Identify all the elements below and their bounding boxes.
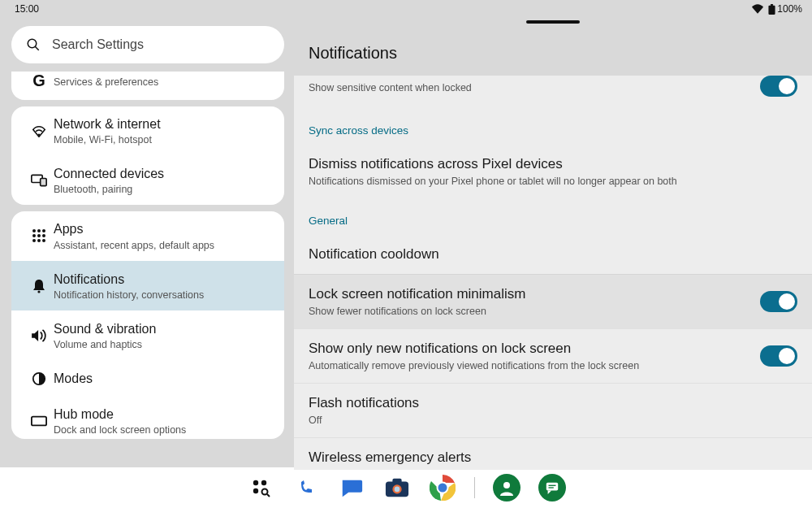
sidebar-item-sub: Dock and lock screen options bbox=[54, 424, 186, 436]
setting-title: Notification cooldown bbox=[309, 246, 797, 263]
setting-dismiss-across-devices[interactable]: Dismiss notifications across Pixel devic… bbox=[294, 145, 812, 198]
svg-point-14 bbox=[37, 239, 41, 242]
app-drawer-icon[interactable] bbox=[247, 474, 274, 501]
sidebar-item-apps[interactable]: Apps Assistant, recent apps, default app… bbox=[11, 211, 284, 260]
sidebar-item-sub: Volume and haptics bbox=[54, 339, 156, 350]
sidebar-item-title: Notifications bbox=[54, 271, 204, 287]
devices-icon bbox=[24, 174, 54, 187]
setting-title: Lock screen notification minimalism bbox=[309, 286, 760, 302]
svg-rect-6 bbox=[41, 179, 46, 186]
phone-app-icon[interactable] bbox=[292, 474, 320, 501]
setting-only-new-notifications[interactable]: Show only new notifications on lock scre… bbox=[294, 328, 812, 383]
chat-app-icon[interactable] bbox=[538, 474, 566, 501]
bell-icon bbox=[24, 279, 54, 293]
search-placeholder: Search Settings bbox=[52, 37, 144, 52]
messages-app-icon[interactable] bbox=[338, 474, 365, 501]
sidebar-item-sound[interactable]: Sound & vibration Volume and haptics bbox=[11, 310, 284, 360]
svg-point-4 bbox=[38, 134, 41, 137]
setting-title: Flash notifications bbox=[309, 395, 797, 411]
toggle-switch[interactable] bbox=[760, 291, 797, 312]
setting-sub: Automatically remove previously viewed n… bbox=[309, 360, 760, 371]
svg-point-7 bbox=[32, 229, 36, 232]
wifi-icon bbox=[752, 4, 763, 14]
clock: 15:00 bbox=[15, 3, 39, 15]
svg-line-23 bbox=[267, 494, 270, 497]
sidebar-card: Network & internet Mobile, Wi-Fi, hotspo… bbox=[11, 106, 284, 205]
sidebar-item-network[interactable]: Network & internet Mobile, Wi-Fi, hotspo… bbox=[11, 106, 284, 155]
svg-point-19 bbox=[253, 480, 257, 485]
setting-sub: Show sensitive content when locked bbox=[309, 82, 760, 93]
section-header-sync: Sync across devices bbox=[294, 108, 812, 145]
sidebar-item-title: Hub mode bbox=[54, 406, 186, 422]
google-icon: G bbox=[24, 72, 54, 90]
battery-text: 100% bbox=[777, 3, 802, 15]
camera-app-icon[interactable] bbox=[383, 474, 411, 501]
search-icon bbox=[26, 37, 41, 52]
sidebar-item-title: Modes bbox=[54, 371, 93, 386]
svg-rect-0 bbox=[769, 5, 775, 14]
setting-sub: Notifications dismissed on your Pixel ph… bbox=[309, 176, 797, 187]
sidebar-item-sub: Assistant, recent apps, default apps bbox=[54, 240, 214, 251]
volume-icon bbox=[24, 329, 54, 342]
toggle-switch[interactable] bbox=[760, 345, 797, 367]
battery-icon bbox=[768, 4, 775, 15]
modes-icon bbox=[24, 371, 54, 386]
sidebar-item-title: Network & internet bbox=[54, 116, 161, 132]
toggle-switch[interactable] bbox=[760, 76, 797, 97]
contacts-app-icon[interactable] bbox=[493, 474, 520, 501]
svg-point-8 bbox=[37, 229, 41, 232]
section-header-general: General bbox=[294, 198, 812, 235]
svg-point-32 bbox=[503, 482, 510, 488]
setting-sensitive-notifications[interactable]: Sensitive notifications Show sensitive c… bbox=[294, 76, 812, 108]
svg-point-10 bbox=[32, 234, 36, 237]
sidebar-card: G Google Services & preferences bbox=[11, 72, 284, 100]
svg-rect-33 bbox=[546, 483, 557, 491]
svg-point-13 bbox=[32, 239, 36, 242]
svg-point-22 bbox=[261, 489, 267, 495]
sidebar-item-title: Connected devices bbox=[54, 166, 164, 181]
setting-lock-screen-minimalism[interactable]: Lock screen notification minimalism Show… bbox=[294, 274, 812, 328]
svg-line-3 bbox=[35, 46, 39, 50]
taskbar-separator bbox=[474, 477, 475, 498]
sidebar-item-title: Apps bbox=[54, 221, 214, 237]
sidebar-item-hub[interactable]: Hub mode Dock and lock screen options bbox=[11, 396, 284, 439]
setting-notification-cooldown[interactable]: Notification cooldown bbox=[294, 235, 812, 274]
svg-point-2 bbox=[28, 39, 37, 48]
hub-icon bbox=[24, 415, 54, 427]
setting-flash-notifications[interactable]: Flash notifications Off bbox=[294, 383, 812, 437]
sidebar-item-notifications[interactable]: Notifications Notification history, conv… bbox=[11, 261, 284, 310]
chrome-app-icon[interactable] bbox=[429, 474, 456, 501]
notifications-page: Notifications Sensitive notifications Sh… bbox=[294, 16, 812, 467]
app-body: Search Settings G Google Services & pref… bbox=[0, 16, 812, 467]
sidebar-card: Apps Assistant, recent apps, default app… bbox=[11, 211, 284, 439]
setting-emergency-alerts[interactable]: Wireless emergency alerts bbox=[294, 437, 812, 470]
setting-sub: Off bbox=[309, 415, 797, 426]
settings-sidebar: Search Settings G Google Services & pref… bbox=[0, 16, 294, 467]
sidebar-item-sub: Notification history, conversations bbox=[54, 289, 204, 301]
sidebar-item-sub: Bluetooth, pairing bbox=[54, 184, 164, 195]
svg-point-28 bbox=[394, 487, 400, 493]
svg-point-16 bbox=[37, 290, 40, 293]
svg-point-21 bbox=[253, 488, 257, 493]
svg-point-20 bbox=[261, 480, 266, 485]
svg-rect-18 bbox=[32, 417, 46, 426]
setting-title: Dismiss notifications across Pixel devic… bbox=[309, 156, 797, 172]
sidebar-item-modes[interactable]: Modes bbox=[11, 360, 284, 396]
svg-point-15 bbox=[42, 239, 45, 242]
drag-handle[interactable] bbox=[526, 20, 580, 24]
apps-icon bbox=[24, 228, 54, 243]
wifi-icon bbox=[24, 124, 54, 137]
svg-point-12 bbox=[42, 234, 45, 237]
sidebar-item-connected[interactable]: Connected devices Bluetooth, pairing bbox=[11, 155, 284, 205]
setting-sub: Show fewer notifications on lock screen bbox=[309, 306, 760, 317]
svg-point-24 bbox=[293, 475, 319, 501]
settings-list: Sensitive notifications Show sensitive c… bbox=[294, 76, 812, 470]
sidebar-item-sub: Mobile, Wi-Fi, hotspot bbox=[54, 134, 161, 145]
sidebar-item-google[interactable]: G Google Services & preferences bbox=[11, 72, 284, 100]
svg-point-9 bbox=[42, 229, 45, 232]
sidebar-item-sub: Services & preferences bbox=[54, 76, 158, 88]
search-settings-input[interactable]: Search Settings bbox=[11, 26, 284, 63]
sidebar-item-title: Sound & vibration bbox=[54, 321, 156, 336]
setting-title: Wireless emergency alerts bbox=[309, 449, 797, 466]
setting-title: Show only new notifications on lock scre… bbox=[309, 341, 760, 357]
